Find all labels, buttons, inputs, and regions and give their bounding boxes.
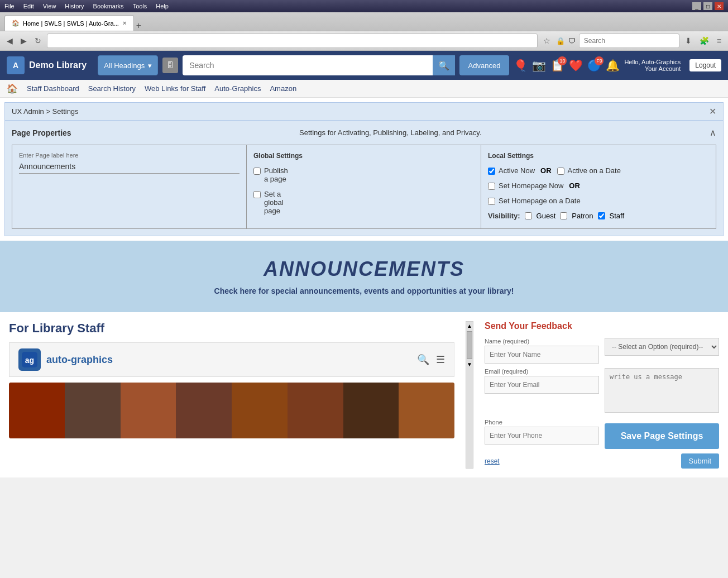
- downloads-button[interactable]: ⬇: [683, 35, 694, 46]
- list-icon-button[interactable]: 📋 10: [550, 59, 564, 72]
- back-button[interactable]: ◀: [4, 35, 15, 46]
- publish-page-label: Publisha page: [264, 166, 288, 183]
- page-properties-title: Page Properties: [12, 128, 71, 137]
- account-area[interactable]: Hello, Auto-Graphics Your Account: [624, 59, 681, 72]
- staff-checkbox[interactable]: [598, 212, 605, 219]
- admin-close-button[interactable]: ✕: [709, 106, 716, 117]
- f9-badge: F9: [595, 56, 604, 65]
- home-icon[interactable]: 🏠: [7, 83, 18, 94]
- active-on-date-checkbox[interactable]: [557, 168, 564, 175]
- email-input[interactable]: [485, 376, 599, 394]
- guest-label: Guest: [537, 212, 556, 220]
- announcements-title: ANNOUNCEMENTS: [11, 257, 717, 281]
- advanced-search-button[interactable]: Advanced: [459, 55, 510, 75]
- close-window-button[interactable]: ✕: [715, 2, 724, 10]
- heart-icon-button[interactable]: ❤️: [569, 59, 583, 72]
- set-homepage-date-checkbox[interactable]: [488, 198, 495, 205]
- tab-close-button[interactable]: ✕: [122, 20, 127, 26]
- admin-header: UX Admin > Settings ✕: [5, 103, 723, 121]
- library-name: Demo Library: [29, 60, 87, 70]
- heart-icon: ❤️: [569, 59, 583, 72]
- active-now-row: Active Now OR Active on a Date: [488, 166, 709, 175]
- forward-button[interactable]: ▶: [18, 35, 29, 46]
- address-bar[interactable]: https://qa-swls-verso.auto-graphics.com/…: [47, 34, 538, 48]
- camera-icon-button[interactable]: 📷: [532, 59, 546, 72]
- top-nav-icons: 🎈 📷 📋 10 ❤️ 🔵 F9 🔔 Hello, Auto-Graphics: [514, 59, 721, 72]
- logout-button[interactable]: Logout: [689, 59, 721, 71]
- scrollbar[interactable]: ▲ ▼: [466, 321, 473, 469]
- save-page-settings-button[interactable]: Save Page Settings: [605, 423, 719, 449]
- name-input[interactable]: [485, 346, 599, 364]
- message-textarea[interactable]: [605, 368, 719, 413]
- scroll-down-arrow[interactable]: ▼: [467, 361, 472, 367]
- breadcrumb: UX Admin > Settings: [12, 107, 79, 116]
- phone-input-group: Phone: [485, 419, 599, 449]
- account-label: Your Account: [624, 65, 681, 72]
- page-label-input[interactable]: [19, 160, 240, 174]
- menu-file[interactable]: File: [4, 3, 15, 9]
- reset-button[interactable]: reset: [485, 457, 500, 465]
- set-homepage-now-checkbox[interactable]: [488, 183, 495, 190]
- ag-logo-icon: ag: [18, 348, 41, 371]
- extensions-button[interactable]: 🧩: [697, 35, 711, 46]
- menu-history[interactable]: History: [65, 3, 84, 9]
- browser-search-input[interactable]: [579, 34, 679, 48]
- global-settings-title: Global Settings: [253, 152, 474, 160]
- book-spine-3: [121, 383, 176, 438]
- guest-checkbox[interactable]: [525, 212, 532, 219]
- minimize-button[interactable]: _: [692, 2, 701, 10]
- f9-icon-button[interactable]: 🔵 F9: [587, 59, 601, 72]
- new-tab-button[interactable]: +: [136, 21, 141, 31]
- menu-view[interactable]: View: [43, 3, 56, 9]
- chevron-down-icon: ▾: [148, 61, 152, 70]
- web-links-link[interactable]: Web Links for Staff: [145, 84, 205, 93]
- email-label: Email (required): [485, 368, 599, 375]
- staff-section: For Library Staff ag auto-graphics 🔍 ☰: [9, 321, 454, 469]
- reload-button[interactable]: ↻: [32, 35, 44, 46]
- publish-page-checkbox[interactable]: [253, 168, 261, 175]
- visibility-label: Visibility:: [488, 212, 520, 220]
- database-icon: 🗄: [162, 58, 178, 73]
- feedback-section: Send Your Feedback Name (required) -- Se…: [485, 321, 719, 469]
- collapse-button[interactable]: ∧: [710, 127, 716, 138]
- search-button[interactable]: 🔍: [433, 55, 455, 75]
- patron-checkbox[interactable]: [560, 212, 567, 219]
- scroll-thumb[interactable]: [467, 331, 472, 359]
- phone-input[interactable]: [485, 427, 599, 445]
- menu-button[interactable]: ≡: [715, 35, 724, 46]
- patron-label: Patron: [572, 212, 593, 220]
- active-tab[interactable]: 🏠 Home | SWLS | SWLS | Auto-Gra... ✕: [4, 15, 134, 31]
- menu-help[interactable]: Help: [156, 3, 169, 9]
- name-label: Name (required): [485, 338, 599, 345]
- bell-icon-button[interactable]: 🔔: [606, 59, 620, 72]
- option-select[interactable]: -- Select an Option (required)-- General…: [605, 338, 719, 356]
- message-input-group: [605, 368, 719, 414]
- staff-search-icon[interactable]: 🔍: [417, 354, 429, 366]
- menu-edit[interactable]: Edit: [23, 3, 34, 9]
- book-spine-2: [65, 383, 121, 438]
- book-shelf-image: [9, 383, 454, 438]
- amazon-link[interactable]: Amazon: [270, 84, 296, 93]
- feedback-phone-row: Phone Save Page Settings: [485, 419, 719, 449]
- svg-text:ag: ag: [25, 356, 34, 365]
- search-history-link[interactable]: Search History: [88, 84, 136, 93]
- staff-dashboard-link[interactable]: Staff Dashboard: [27, 84, 79, 93]
- shield-icon: 🛡: [568, 37, 576, 45]
- set-homepage-date-row: Set Homepage on a Date: [488, 197, 709, 205]
- maximize-button[interactable]: □: [703, 2, 712, 10]
- scroll-up-arrow[interactable]: ▲: [467, 323, 472, 329]
- active-now-checkbox[interactable]: [488, 168, 495, 175]
- menu-tools[interactable]: Tools: [133, 3, 147, 9]
- auto-graphics-link[interactable]: Auto-Graphics: [214, 84, 261, 93]
- menu-bookmarks[interactable]: Bookmarks: [93, 3, 124, 9]
- settings-subtitle: Settings for Activating, Publishing, Lab…: [299, 128, 481, 137]
- submit-button[interactable]: Submit: [681, 453, 719, 469]
- book-spine-6: [288, 383, 343, 438]
- search-dropdown[interactable]: All Headings ▾: [98, 55, 158, 75]
- main-search-input[interactable]: [183, 55, 432, 75]
- balloon-icon-button[interactable]: 🎈: [514, 59, 528, 72]
- set-global-page-checkbox[interactable]: [253, 191, 261, 198]
- bookmark-button[interactable]: ☆: [541, 35, 553, 46]
- book-spines: [9, 383, 454, 438]
- staff-menu-icon[interactable]: ☰: [436, 354, 445, 366]
